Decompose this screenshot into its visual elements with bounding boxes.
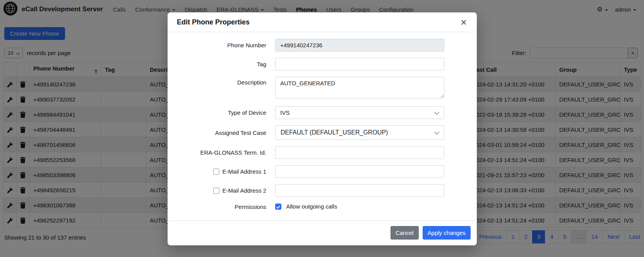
- tag-label: Tag: [174, 61, 266, 67]
- edit-phone-modal: Edit Phone Properties × Phone Number Tag…: [168, 12, 477, 245]
- description-label: Description: [174, 77, 266, 86]
- email2-label: E-Mail Address 2: [223, 187, 266, 194]
- modal-body: Phone Number Tag Description AUTO_GENERA…: [168, 32, 477, 221]
- tag-row: Tag: [174, 58, 471, 71]
- phone-number-field: [275, 39, 444, 52]
- email1-row: E-Mail Address 1: [174, 165, 471, 178]
- tag-field[interactable]: [275, 58, 444, 71]
- test-case-label: Assigned Test Case: [174, 129, 266, 136]
- email1-checkbox[interactable]: [213, 169, 219, 175]
- check-icon: [276, 205, 281, 209]
- test-case-row: Assigned Test Case DEFAULT (DEFAULT_USER…: [174, 125, 471, 140]
- phone-number-label: Phone Number: [174, 42, 266, 48]
- modal-title: Edit Phone Properties: [177, 18, 250, 26]
- device-type-row: Type of Device IVS: [174, 106, 471, 119]
- era-term-field[interactable]: [275, 146, 444, 159]
- description-row: Description AUTO_GENERATED: [174, 77, 471, 100]
- permissions-row: Permissions Allow outgoing calls: [174, 203, 471, 210]
- permissions-label: Permissions: [174, 204, 266, 210]
- era-term-row: ERA-GLONASS Term. Id.: [174, 146, 471, 159]
- cancel-button[interactable]: Cancel: [391, 226, 419, 240]
- phone-number-row: Phone Number: [174, 39, 471, 52]
- close-button[interactable]: ×: [460, 19, 468, 26]
- email2-row: E-Mail Address 2: [174, 184, 471, 197]
- description-field[interactable]: AUTO_GENERATED: [275, 77, 444, 98]
- close-icon: ×: [461, 17, 467, 28]
- device-type-label: Type of Device: [174, 109, 266, 116]
- apply-changes-button[interactable]: Apply changes: [423, 226, 471, 240]
- allow-outgoing-calls-checkbox[interactable]: [275, 204, 281, 210]
- test-case-select[interactable]: DEFAULT (DEFAULT_USER_GROUP): [275, 125, 444, 140]
- modal-header: Edit Phone Properties ×: [168, 12, 477, 32]
- email1-label: E-Mail Address 1: [223, 168, 266, 175]
- era-term-label: ERA-GLONASS Term. Id.: [174, 149, 266, 156]
- device-type-select[interactable]: IVS: [275, 106, 444, 119]
- email2-checkbox[interactable]: [213, 188, 219, 194]
- modal-footer: Cancel Apply changes: [168, 221, 477, 245]
- allow-outgoing-calls-label: Allow outgoing calls: [286, 203, 337, 210]
- email1-field[interactable]: [275, 165, 444, 178]
- email2-field[interactable]: [275, 184, 444, 197]
